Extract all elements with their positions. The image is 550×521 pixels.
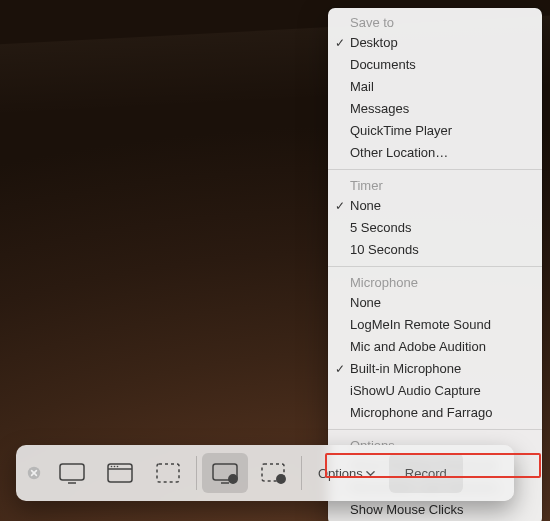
menu-item-label: 5 Seconds bbox=[350, 220, 411, 235]
record-button-label: Record bbox=[405, 466, 447, 481]
svg-rect-8 bbox=[157, 464, 179, 482]
svg-point-7 bbox=[117, 466, 119, 468]
menu-item[interactable]: Microphone and Farrago bbox=[328, 402, 542, 424]
menu-item[interactable]: Built-in Microphone bbox=[328, 358, 542, 380]
menu-group-header: Timer bbox=[328, 175, 542, 195]
selection-icon bbox=[153, 461, 183, 485]
menu-item-label: Microphone and Farrago bbox=[350, 405, 492, 420]
close-button[interactable] bbox=[26, 465, 42, 481]
chevron-down-icon bbox=[366, 469, 375, 478]
toolbar-separator bbox=[196, 456, 197, 490]
menu-item[interactable]: None bbox=[328, 195, 542, 217]
toolbar-separator bbox=[301, 456, 302, 490]
record-selection-icon bbox=[258, 461, 288, 485]
options-button-label: Options bbox=[318, 466, 363, 481]
screenshot-toolbar: Options Record bbox=[16, 445, 514, 501]
capture-selected-portion-button[interactable] bbox=[145, 453, 191, 493]
menu-item[interactable]: None bbox=[328, 292, 542, 314]
menu-item-label: None bbox=[350, 295, 381, 310]
menu-item-label: QuickTime Player bbox=[350, 123, 452, 138]
menu-item-label: Documents bbox=[350, 57, 416, 72]
menu-group-header: Save to bbox=[328, 12, 542, 32]
menu-item[interactable]: Mail bbox=[328, 76, 542, 98]
window-icon bbox=[105, 461, 135, 485]
screen-icon bbox=[57, 461, 87, 485]
menu-item[interactable]: 5 Seconds bbox=[328, 217, 542, 239]
capture-entire-screen-button[interactable] bbox=[49, 453, 95, 493]
menu-item-label: Mail bbox=[350, 79, 374, 94]
menu-item[interactable]: LogMeIn Remote Sound bbox=[328, 314, 542, 336]
close-icon bbox=[27, 466, 41, 480]
menu-item[interactable]: Other Location… bbox=[328, 142, 542, 164]
record-screen-icon bbox=[210, 461, 240, 485]
menu-item[interactable]: Desktop bbox=[328, 32, 542, 54]
capture-selected-window-button[interactable] bbox=[97, 453, 143, 493]
menu-item-label: iShowU Audio Capture bbox=[350, 383, 481, 398]
menu-item-label: None bbox=[350, 198, 381, 213]
record-selected-portion-button[interactable] bbox=[250, 453, 296, 493]
menu-item[interactable]: Show Mouse Clicks bbox=[328, 499, 542, 521]
menu-item-label: 10 Seconds bbox=[350, 242, 419, 257]
menu-item-label: Desktop bbox=[350, 35, 398, 50]
menu-item[interactable]: 10 Seconds bbox=[328, 239, 542, 261]
menu-item[interactable]: Mic and Adobe Audition bbox=[328, 336, 542, 358]
menu-item[interactable]: Documents bbox=[328, 54, 542, 76]
menu-item-label: Built-in Microphone bbox=[350, 361, 461, 376]
menu-group-header: Microphone bbox=[328, 272, 542, 292]
record-button[interactable]: Record bbox=[389, 453, 463, 493]
menu-item-label: Messages bbox=[350, 101, 409, 116]
menu-item[interactable]: Messages bbox=[328, 98, 542, 120]
svg-rect-1 bbox=[60, 464, 84, 480]
svg-point-6 bbox=[114, 466, 116, 468]
record-entire-screen-button[interactable] bbox=[202, 453, 248, 493]
menu-item-label: Show Mouse Clicks bbox=[350, 502, 463, 517]
menu-item-label: LogMeIn Remote Sound bbox=[350, 317, 491, 332]
svg-point-14 bbox=[277, 475, 285, 483]
menu-item-label: Other Location… bbox=[350, 145, 448, 160]
options-button[interactable]: Options bbox=[306, 453, 387, 493]
svg-point-11 bbox=[229, 475, 237, 483]
menu-item-label: Mic and Adobe Audition bbox=[350, 339, 486, 354]
svg-point-5 bbox=[111, 466, 113, 468]
menu-item[interactable]: QuickTime Player bbox=[328, 120, 542, 142]
menu-item[interactable]: iShowU Audio Capture bbox=[328, 380, 542, 402]
